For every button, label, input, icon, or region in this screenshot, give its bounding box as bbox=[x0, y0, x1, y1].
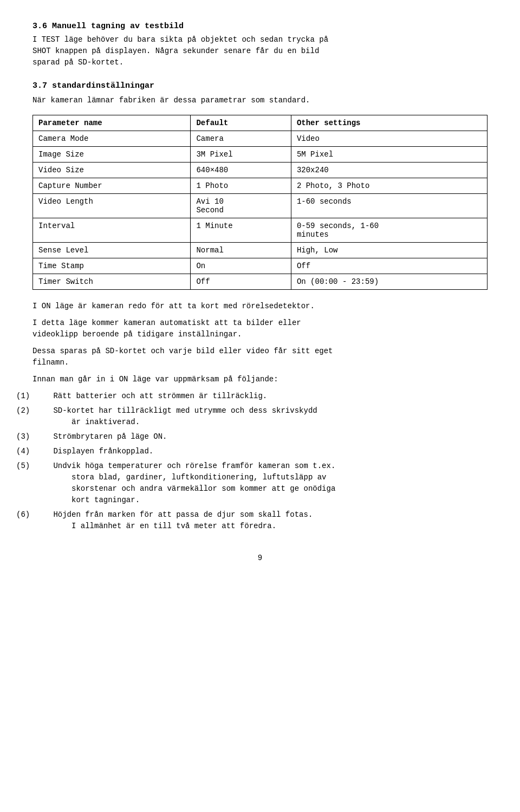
list-item-6: (6) Höjden från marken för att passa de … bbox=[32, 509, 487, 532]
page-number: 9 bbox=[258, 554, 262, 562]
table-row: Timer Switch Off On (00:00 - 23:59) bbox=[33, 274, 487, 290]
table-cell-other: 2 Photo, 3 Photo bbox=[291, 178, 487, 194]
table-row: Interval 1 Minute 0-59 seconds, 1-60minu… bbox=[33, 218, 487, 243]
table-cell-default: Normal bbox=[191, 243, 291, 258]
table-cell-param: Sense Level bbox=[33, 243, 191, 258]
body-para-4: Innan man går in i ON läge var uppmärksa… bbox=[32, 374, 487, 385]
table-cell-param: Camera Mode bbox=[33, 131, 191, 147]
table-cell-default: Camera bbox=[191, 131, 291, 147]
section-36-title: 3.6 Manuell tagning av testbild bbox=[32, 22, 487, 31]
list-item-3: (3) Strömbrytaren på läge ON. bbox=[32, 431, 487, 443]
table-row: Time Stamp On Off bbox=[33, 258, 487, 274]
list-container: (1) Rätt batterier och att strömmen är t… bbox=[32, 391, 487, 532]
table-cell-other: 320x240 bbox=[291, 163, 487, 178]
body-para-3: Dessa sparas på SD-kortet och varje bild… bbox=[32, 346, 487, 368]
table-header-other: Other settings bbox=[291, 115, 487, 131]
table-cell-param: Time Stamp bbox=[33, 258, 191, 274]
list-item-1: (1) Rätt batterier och att strömmen är t… bbox=[32, 391, 487, 402]
table-header-default: Default bbox=[191, 115, 291, 131]
table-row: Video Size 640×480 320x240 bbox=[33, 163, 487, 178]
table-cell-other: 0-59 seconds, 1-60minutes bbox=[291, 218, 487, 243]
table-cell-param: Timer Switch bbox=[33, 274, 191, 290]
table-header-param: Parameter name bbox=[33, 115, 191, 131]
table-cell-default: 1 Photo bbox=[191, 178, 291, 194]
section-36: 3.6 Manuell tagning av testbild I TEST l… bbox=[32, 22, 487, 68]
table-row: Capture Number 1 Photo 2 Photo, 3 Photo bbox=[33, 178, 487, 194]
table-row: Image Size 3M Pixel 5M Pixel bbox=[33, 147, 487, 163]
table-cell-default: Off bbox=[191, 274, 291, 290]
body-para-2: I detta läge kommer kameran automatiskt … bbox=[32, 317, 487, 340]
table-cell-param: Video Length bbox=[33, 194, 191, 218]
table-cell-param: Interval bbox=[33, 218, 191, 243]
list-item-2: (2) SD-kortet har tillräckligt med utrym… bbox=[32, 405, 487, 428]
section-36-line1: I TEST läge behöver du bara sikta på obj… bbox=[32, 34, 487, 68]
table-cell-default: 3M Pixel bbox=[191, 147, 291, 163]
table-cell-default: Avi 10Second bbox=[191, 194, 291, 218]
table-cell-param: Image Size bbox=[33, 147, 191, 163]
table-cell-other: On (00:00 - 23:59) bbox=[291, 274, 487, 290]
settings-table: Parameter name Default Other settings Ca… bbox=[32, 115, 487, 290]
section-37: 3.7 standardinställningar När kameran lä… bbox=[32, 81, 487, 106]
section-37-title: 3.7 standardinställningar bbox=[32, 81, 487, 90]
table-cell-default: On bbox=[191, 258, 291, 274]
body-para-1: I ON läge är kameran redo för att ta kor… bbox=[32, 301, 487, 312]
table-cell-other: High, Low bbox=[291, 243, 487, 258]
table-row: Sense Level Normal High, Low bbox=[33, 243, 487, 258]
section-37-intro: När kameran lämnar fabriken är dessa par… bbox=[32, 95, 487, 106]
table-cell-other: Video bbox=[291, 131, 487, 147]
list-item-4: (4) Displayen frånkopplad. bbox=[32, 446, 487, 457]
table-row: Video Length Avi 10Second 1-60 seconds bbox=[33, 194, 487, 218]
table-cell-param: Capture Number bbox=[33, 178, 191, 194]
table-cell-other: 5M Pixel bbox=[291, 147, 487, 163]
page-footer: 9 bbox=[32, 554, 487, 562]
table-cell-other: 1-60 seconds bbox=[291, 194, 487, 218]
table-row: Camera Mode Camera Video bbox=[33, 131, 487, 147]
table-cell-param: Video Size bbox=[33, 163, 191, 178]
table-cell-other: Off bbox=[291, 258, 487, 274]
table-cell-default: 640×480 bbox=[191, 163, 291, 178]
table-cell-default: 1 Minute bbox=[191, 218, 291, 243]
list-item-5: (5) Undvik höga temperaturer och rörelse… bbox=[32, 460, 487, 506]
